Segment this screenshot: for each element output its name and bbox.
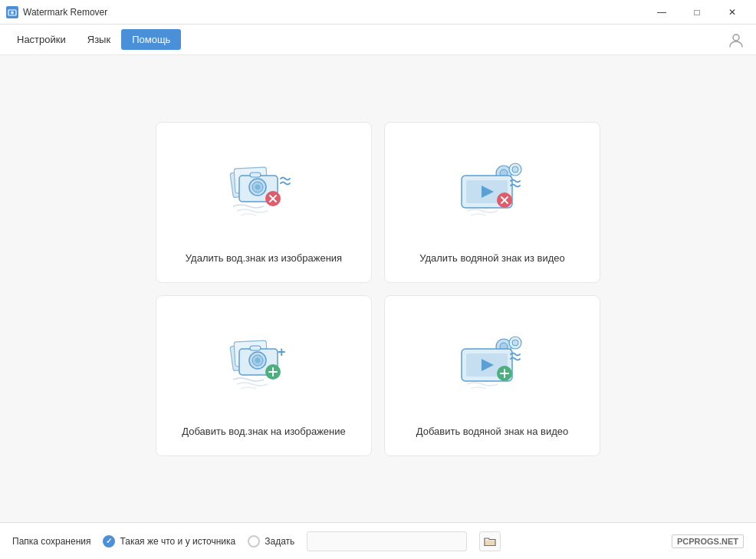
svg-point-28 bbox=[255, 358, 261, 363]
svg-text:+: + bbox=[278, 344, 286, 360]
app-icon bbox=[6, 6, 18, 18]
card-add-video-label: Добавить водяной знак на видео bbox=[416, 426, 569, 437]
card-add-image-label: Добавить вод.знак на изображение bbox=[182, 426, 345, 437]
close-button[interactable]: ✕ bbox=[715, 0, 750, 25]
radio-same-as-source[interactable]: Такая же что и у источника bbox=[103, 535, 235, 547]
radio-custom-indicator bbox=[248, 535, 260, 547]
card-remove-video-watermark[interactable]: Удалить водяной знак из видео bbox=[384, 122, 600, 283]
card-add-video-watermark[interactable]: Добавить водяной знак на видео bbox=[384, 295, 600, 456]
folder-open-icon bbox=[484, 536, 496, 547]
menu-bar: Настройки Язык Помощь bbox=[0, 25, 756, 55]
save-location-options: Такая же что и у источника Задать bbox=[103, 535, 294, 547]
card-add-image-watermark[interactable]: + Добавить вод.знак на изображение bbox=[156, 295, 372, 456]
menu-item-language[interactable]: Язык bbox=[77, 29, 121, 50]
custom-path-input[interactable] bbox=[307, 531, 467, 551]
user-profile-button[interactable] bbox=[725, 29, 747, 51]
remove-video-illustration bbox=[446, 154, 538, 223]
menu-item-help[interactable]: Помощь bbox=[121, 29, 181, 50]
minimize-button[interactable]: — bbox=[644, 0, 679, 25]
card-remove-video-icon-area bbox=[446, 138, 538, 240]
radio-custom-label: Задать bbox=[265, 536, 294, 547]
card-remove-image-label: Удалить вод.знак из изображения bbox=[186, 252, 342, 264]
title-bar: Watermark Remover — □ ✕ bbox=[0, 0, 756, 25]
svg-point-8 bbox=[255, 185, 261, 190]
cards-grid: Удалить вод.знак из изображения bbox=[156, 122, 600, 456]
browse-folder-button[interactable] bbox=[479, 531, 501, 551]
svg-point-2 bbox=[733, 35, 739, 41]
svg-point-1 bbox=[11, 11, 14, 14]
svg-rect-9 bbox=[250, 173, 261, 177]
svg-rect-29 bbox=[250, 346, 261, 350]
save-folder-label: Папка сохранения bbox=[12, 536, 90, 547]
maximize-button[interactable]: □ bbox=[679, 0, 715, 25]
radio-same-label: Такая же что и у источника bbox=[120, 536, 235, 547]
app-title: Watermark Remover bbox=[23, 7, 644, 18]
card-remove-image-icon-area bbox=[218, 138, 310, 240]
radio-same-indicator bbox=[103, 535, 115, 547]
card-remove-image-watermark[interactable]: Удалить вод.знак из изображения bbox=[156, 122, 372, 283]
card-add-video-icon-area bbox=[446, 311, 538, 413]
footer: Папка сохранения Такая же что и у источн… bbox=[0, 522, 756, 559]
add-image-illustration: + bbox=[218, 327, 310, 396]
window-controls: — □ ✕ bbox=[644, 0, 750, 25]
main-content: Удалить вод.знак из изображения bbox=[0, 55, 756, 522]
menu-item-settings[interactable]: Настройки bbox=[6, 29, 77, 50]
card-add-image-icon-area: + bbox=[218, 311, 310, 413]
card-remove-video-label: Удалить водяной знак из видео bbox=[419, 252, 565, 264]
radio-custom-path[interactable]: Задать bbox=[248, 535, 294, 547]
pcprogs-watermark: PCPROGS.NET bbox=[672, 534, 744, 548]
remove-image-illustration bbox=[218, 154, 310, 223]
add-video-illustration bbox=[446, 327, 538, 396]
svg-point-37 bbox=[512, 340, 518, 346]
svg-point-16 bbox=[512, 166, 518, 173]
